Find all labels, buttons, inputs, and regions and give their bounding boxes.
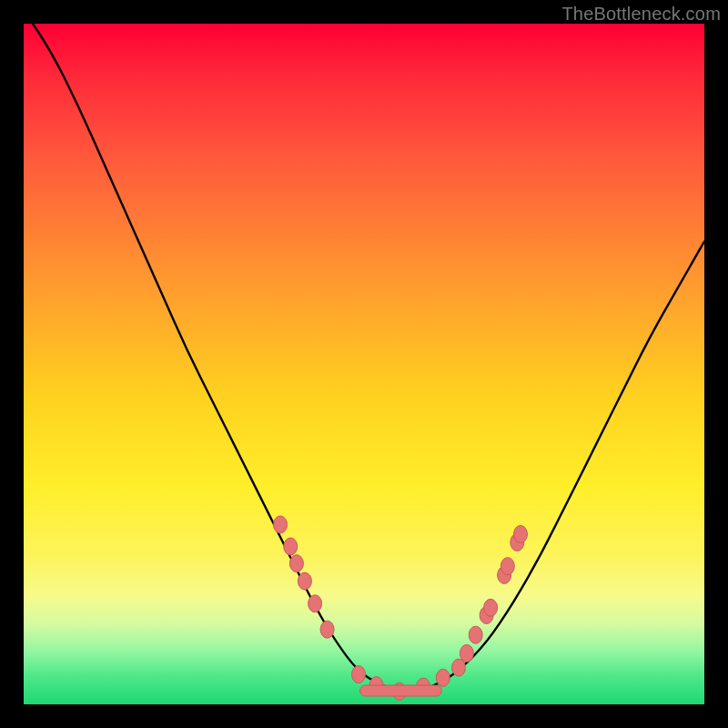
marker-dot [498, 566, 511, 583]
marker-dot [484, 599, 498, 616]
marker-dot [469, 626, 482, 643]
marker-dot [284, 538, 298, 555]
marker-dot [289, 555, 303, 572]
curve-layer [24, 24, 704, 704]
marker-dot [352, 666, 366, 683]
marker-dot [511, 534, 524, 551]
flat-minimum-bar [360, 685, 442, 696]
marker-dot [417, 678, 430, 695]
marker-dot [308, 595, 322, 612]
marker-dot [392, 682, 406, 700]
marker-dot [500, 558, 514, 575]
bottleneck-curve [24, 10, 704, 691]
marker-dot [514, 526, 528, 543]
marker-dot [320, 621, 334, 638]
plot-area [24, 24, 704, 704]
chart-frame: TheBottleneck.com [0, 0, 728, 728]
watermark-text: TheBottleneck.com [561, 4, 721, 25]
marker-dot [460, 644, 473, 662]
marker-dot [298, 572, 311, 590]
marker-dot [436, 669, 450, 686]
marker-dot [452, 659, 466, 676]
marker-group [274, 516, 528, 700]
marker-dot [274, 516, 288, 533]
marker-dot [369, 677, 383, 694]
marker-dot [480, 607, 493, 624]
